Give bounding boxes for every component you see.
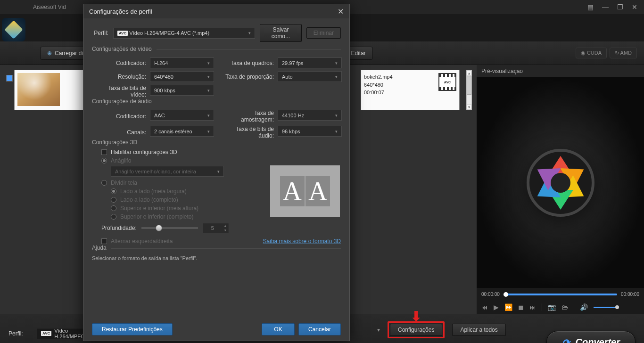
swap-lr-checkbox: Alternar esquerda/direita bbox=[101, 238, 173, 245]
volume-icon[interactable]: 🔊 bbox=[580, 303, 588, 311]
enable-3d-checkbox[interactable]: Habilitar configurações 3D bbox=[101, 149, 341, 155]
aspect-combo[interactable]: Auto▾ bbox=[278, 71, 342, 82]
refresh-icon: ⟳ bbox=[562, 337, 570, 343]
file-duration: 00:00:07 bbox=[364, 89, 393, 97]
time-current: 00:00:00 bbox=[481, 292, 500, 297]
convert-button[interactable]: ⟳ Converter bbox=[546, 331, 636, 343]
checkbox-icon[interactable] bbox=[101, 149, 107, 155]
load-label: Carregar di bbox=[55, 50, 83, 57]
next-icon[interactable]: ⏭ bbox=[529, 303, 536, 311]
help-fieldset: Ajuda Selecionar o formato de saída na l… bbox=[92, 248, 341, 261]
dialog-close-icon[interactable]: ✕ bbox=[338, 7, 344, 16]
preview-panel: Pré-visualização 00:00: bbox=[477, 65, 644, 314]
dialog-footer: Restaurar Predefinições OK Cancelar bbox=[83, 318, 349, 341]
settings-button[interactable]: Configurações bbox=[390, 324, 442, 336]
audio-legend: Configurações de áudio bbox=[92, 98, 157, 105]
file-name: bokeh2.mp4 bbox=[364, 73, 393, 81]
save-as-button[interactable]: Salvar como... bbox=[260, 24, 302, 42]
convert-label: Converter bbox=[576, 337, 620, 343]
profile-combo[interactable]: AVC Vídeo H.264/MPEG-4 AVC (*.mp4)▾ bbox=[113, 28, 255, 39]
file-item-output[interactable]: bokeh2.mp4 640*480 00:00:07 AVC bbox=[361, 70, 460, 110]
play-icon[interactable]: ▶ bbox=[494, 303, 499, 311]
step-up-icon[interactable]: ▴ bbox=[222, 223, 229, 228]
learn-more-link[interactable]: Saiba mais sobre o formato 3D bbox=[263, 238, 341, 245]
amd-toggle[interactable]: ↻ AMD bbox=[610, 48, 637, 58]
depth-stepper[interactable]: ▴▾ bbox=[203, 223, 229, 233]
scrollbar[interactable]: ▴ ▾ bbox=[466, 70, 472, 110]
audio-bitrate-label: Taxa de bits de áudio: bbox=[220, 126, 274, 139]
video-bitrate-combo[interactable]: 900 kbps▾ bbox=[150, 85, 214, 96]
depth-row: Profundidade: ▴▾ bbox=[101, 223, 341, 233]
channels-combo[interactable]: 2 canais estéreo▾ bbox=[150, 126, 214, 137]
help-legend: Ajuda bbox=[92, 245, 111, 251]
snapshot-icon[interactable]: 📷 bbox=[548, 303, 556, 311]
radio-icon bbox=[101, 180, 107, 186]
folder-icon[interactable]: 🗁 bbox=[561, 303, 568, 311]
profile-bottom-label: Perfil: bbox=[8, 330, 32, 337]
prev-icon[interactable]: ⏮ bbox=[481, 303, 488, 311]
sample-rate-label: Taxa de amostragem: bbox=[220, 110, 274, 123]
reset-defaults-button[interactable]: Restaurar Predefinições bbox=[92, 323, 173, 335]
video-encoder-label: Codificador: bbox=[92, 60, 146, 66]
video-legend: Configurações de vídeo bbox=[92, 46, 157, 52]
scroll-up-icon[interactable]: ▴ bbox=[467, 70, 471, 76]
3d-legend: Configurações 3D bbox=[92, 139, 142, 146]
scroll-down-icon[interactable]: ▾ bbox=[467, 104, 471, 110]
player-controls: ⏮ ▶ ⏩ ◼ ⏭ 📷 🗁 🔊 bbox=[477, 301, 644, 314]
app-logo bbox=[2, 18, 25, 41]
output-settings: Perfil: AVC Vídeo H.264/MPEG Destino: C:… bbox=[8, 328, 89, 343]
file-size: 640*480 bbox=[364, 81, 393, 89]
audio-encoder-combo[interactable]: AAC▾ bbox=[150, 110, 214, 121]
edit-label: Editar bbox=[351, 50, 366, 57]
gpu-buttons: ◉ CUDA ↻ AMD bbox=[576, 48, 637, 58]
aspect-label: Taxa de proporção: bbox=[220, 74, 274, 80]
format-icon: AVC bbox=[438, 73, 456, 91]
depth-label: Profundidade: bbox=[101, 225, 137, 231]
time-total: 00:00:00 bbox=[621, 292, 639, 297]
channels-label: Canais: bbox=[92, 129, 146, 136]
delete-button: Eliminar bbox=[306, 27, 341, 39]
dialog-title: Configurações de perfil bbox=[89, 8, 152, 15]
step-down-icon[interactable]: ▾ bbox=[222, 228, 229, 233]
preview-viewport bbox=[477, 77, 644, 288]
profile-label: Perfil: bbox=[92, 30, 108, 36]
thumbnail-image bbox=[17, 73, 60, 106]
audio-fieldset: Configurações de áudio Codificador: AAC▾… bbox=[92, 102, 341, 139]
audio-encoder-label: Codificador: bbox=[92, 113, 146, 120]
profile-dropdown[interactable]: AVC Vídeo H.264/MPEG bbox=[37, 328, 89, 339]
cuda-toggle[interactable]: ◉ CUDA bbox=[576, 48, 607, 58]
red-arrow-annotation: ⬇ bbox=[411, 309, 421, 324]
anaglyph-radio: Anáglifo bbox=[101, 157, 341, 164]
radio-icon bbox=[101, 158, 107, 163]
audio-bitrate-combo[interactable]: 96 kbps▾ bbox=[278, 126, 342, 137]
apply-all-button[interactable]: Aplicar a todos bbox=[452, 324, 505, 336]
middle-buttons: ▾ Configurações ⬇ Aplicar a todos Procur… bbox=[377, 321, 541, 343]
frame-rate-combo[interactable]: 29.97 fps▾ bbox=[278, 57, 342, 68]
3d-preview-box: AA bbox=[270, 165, 340, 217]
depth-input[interactable] bbox=[203, 225, 222, 231]
minimize-icon[interactable]: — bbox=[600, 2, 611, 12]
stop-icon[interactable]: ◼ bbox=[518, 303, 524, 311]
help-text: Selecionar o formato de saída na lista "… bbox=[92, 255, 341, 261]
ok-button[interactable]: OK bbox=[262, 323, 295, 335]
anaglyph-combo: Anáglifo vermelho/ciano, cor inteira▾ bbox=[111, 166, 224, 177]
depth-slider[interactable] bbox=[141, 227, 198, 229]
timeline-track[interactable] bbox=[504, 294, 617, 295]
volume-slider[interactable] bbox=[594, 307, 617, 308]
video-fieldset: Configurações de vídeo Codificador: H.26… bbox=[92, 49, 341, 98]
fast-forward-icon[interactable]: ⏩ bbox=[504, 303, 512, 311]
window-controls: ▤ — ❐ ✕ bbox=[586, 2, 639, 12]
profile-settings-dialog: Configurações de perfil ✕ Perfil: AVC Ví… bbox=[83, 4, 350, 341]
sample-rate-combo[interactable]: 44100 Hz▾ bbox=[278, 110, 342, 121]
video-bitrate-label: Taxa de bits de vídeo: bbox=[92, 85, 146, 98]
cancel-button[interactable]: Cancelar bbox=[298, 323, 341, 335]
close-icon[interactable]: ✕ bbox=[630, 2, 639, 12]
resolution-combo[interactable]: 640*480▾ bbox=[150, 71, 214, 82]
maximize-icon[interactable]: ❐ bbox=[615, 2, 625, 12]
video-encoder-combo[interactable]: H.264▾ bbox=[150, 57, 214, 68]
dropdown-arrow-icon[interactable]: ▾ bbox=[377, 327, 380, 333]
file-info: bokeh2.mp4 640*480 00:00:07 bbox=[364, 73, 393, 107]
preview-header: Pré-visualização bbox=[477, 65, 644, 77]
timeline[interactable]: 00:00:00 00:00:00 bbox=[477, 288, 644, 301]
menu-icon[interactable]: ▤ bbox=[586, 2, 595, 12]
